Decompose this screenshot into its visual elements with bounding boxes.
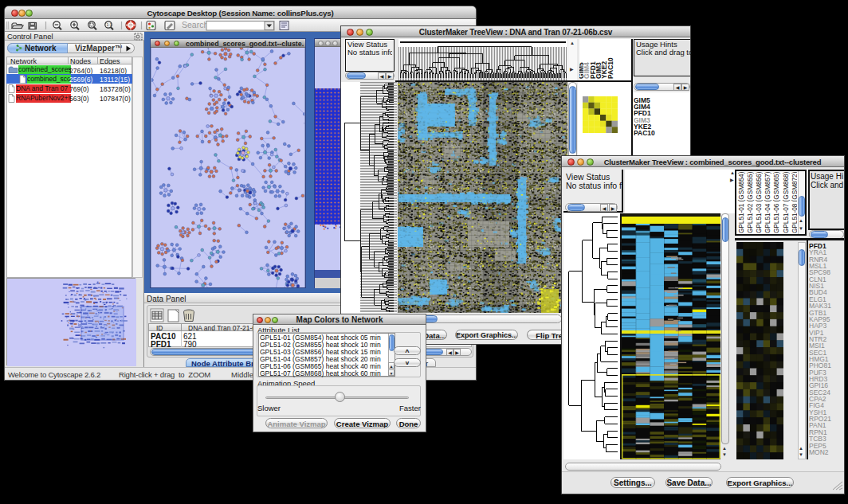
svg-text:1:1: 1:1 [107,22,112,27]
svg-text:GPL51-08 (GSM872): GPL51-08 (GSM872) [791,171,797,233]
svg-text:GPL51-06 (GSM865): GPL51-06 (GSM865) [773,171,780,233]
svg-text:GPL51-03 (GSM856): GPL51-03 (GSM856) [756,171,763,233]
svg-text:GPL51-07 (GSM868): GPL51-07 (GSM868) [783,171,790,233]
svg-text:GPL51-01 (GSM854): GPL51-01 (GSM854) [738,171,745,233]
svg-text:GPL51-04 (GSM857): GPL51-04 (GSM857) [764,171,771,233]
svg-text:GPL51-02 (GSM855): GPL51-02 (GSM855) [747,171,754,233]
svg-text:PAC10: PAC10 [607,57,614,79]
